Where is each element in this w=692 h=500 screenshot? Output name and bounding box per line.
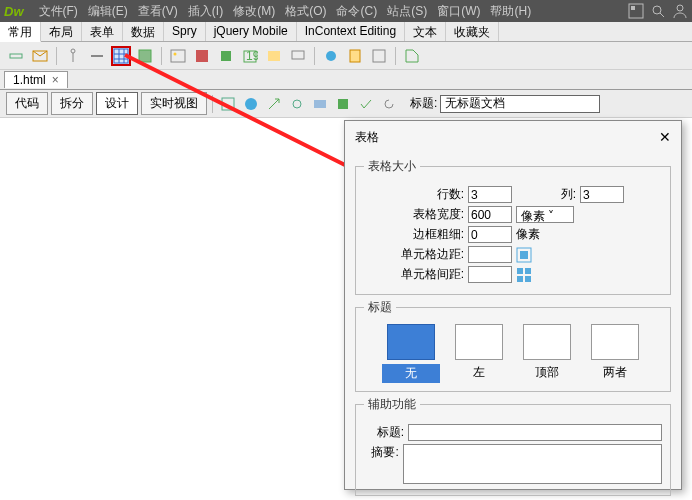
layout-icon[interactable] [628, 3, 644, 19]
menu-command[interactable]: 命令(C) [331, 3, 382, 20]
script-icon[interactable] [345, 46, 365, 66]
hr-icon[interactable] [87, 46, 107, 66]
server-icon[interactable] [264, 46, 284, 66]
tab-forms[interactable]: 表单 [82, 22, 123, 41]
svg-rect-15 [139, 50, 151, 62]
div-icon[interactable] [135, 46, 155, 66]
anchor-icon[interactable] [63, 46, 83, 66]
menu-window[interactable]: 窗口(W) [432, 3, 485, 20]
title-input[interactable] [440, 95, 600, 113]
header-top[interactable]: 顶部 [518, 324, 576, 383]
spacing-label: 单元格间距: [380, 266, 464, 283]
tab-text[interactable]: 文本 [405, 22, 446, 41]
table-dialog: 表格 ✕ 表格大小 行数: 列: 表格宽度: 像素 ˅ 边框粗细: 像素 单元格… [344, 120, 682, 490]
svg-rect-1 [631, 6, 635, 10]
menu-insert[interactable]: 插入(I) [183, 3, 228, 20]
tab-data[interactable]: 数据 [123, 22, 164, 41]
header-left[interactable]: 左 [450, 324, 508, 383]
close-icon[interactable]: × [52, 73, 59, 87]
validate-icon[interactable] [356, 94, 376, 114]
svg-line-3 [660, 13, 664, 17]
media-icon[interactable] [192, 46, 212, 66]
caption-input[interactable] [408, 424, 662, 441]
padding-label: 单元格边距: [380, 246, 464, 263]
image-icon[interactable] [168, 46, 188, 66]
cols-label: 列: [516, 186, 576, 203]
reload-icon[interactable] [379, 94, 399, 114]
refresh-icon[interactable] [287, 94, 307, 114]
doc-tab-name[interactable]: 1.html [13, 73, 46, 87]
menu-modify[interactable]: 修改(M) [228, 3, 280, 20]
hyperlink-icon[interactable] [6, 46, 26, 66]
svg-rect-19 [221, 51, 231, 61]
email-icon[interactable] [30, 46, 50, 66]
border-unit: 像素 [516, 226, 540, 243]
svg-rect-16 [171, 50, 185, 62]
header-both[interactable]: 两者 [586, 324, 644, 383]
tab-jquery[interactable]: jQuery Mobile [206, 22, 297, 41]
options-icon[interactable] [310, 94, 330, 114]
header-none[interactable]: 无 [382, 324, 440, 383]
table-icon[interactable] [111, 46, 131, 66]
svg-rect-35 [525, 268, 531, 274]
menu-edit[interactable]: 编辑(E) [83, 3, 133, 20]
svg-point-24 [326, 51, 336, 61]
tab-layout[interactable]: 布局 [41, 22, 82, 41]
svg-rect-18 [196, 50, 208, 62]
split-view-button[interactable]: 拆分 [51, 92, 93, 115]
head-icon[interactable] [321, 46, 341, 66]
separator [161, 47, 162, 65]
tab-common[interactable]: 常用 [0, 22, 41, 42]
live-view-button[interactable]: 实时视图 [141, 92, 207, 115]
date-icon[interactable]: 19 [240, 46, 260, 66]
code-view-button[interactable]: 代码 [6, 92, 48, 115]
padding-input[interactable] [468, 246, 512, 263]
svg-rect-29 [314, 100, 326, 108]
header-legend: 标题 [364, 299, 396, 316]
inspect-icon[interactable] [218, 94, 238, 114]
svg-rect-22 [268, 51, 280, 61]
border-input[interactable] [468, 226, 512, 243]
menu-site[interactable]: 站点(S) [382, 3, 432, 20]
separator [395, 47, 396, 65]
tab-favorites[interactable]: 收藏夹 [446, 22, 499, 41]
cols-input[interactable] [580, 186, 624, 203]
svg-rect-26 [373, 50, 385, 62]
svg-point-2 [653, 6, 661, 14]
visual-icon[interactable] [333, 94, 353, 114]
search-icon[interactable] [650, 3, 666, 19]
template-icon[interactable] [369, 46, 389, 66]
spacing-input[interactable] [468, 266, 512, 283]
widget-icon[interactable] [216, 46, 236, 66]
svg-point-4 [677, 5, 683, 11]
summary-input[interactable] [403, 444, 662, 484]
rows-label: 行数: [404, 186, 464, 203]
size-legend: 表格大小 [364, 158, 420, 175]
svg-rect-33 [520, 251, 528, 259]
separator [212, 95, 213, 113]
comment-icon[interactable] [288, 46, 308, 66]
arrow-icon[interactable] [264, 94, 284, 114]
design-view-button[interactable]: 设计 [96, 92, 138, 115]
tab-incontext[interactable]: InContext Editing [297, 22, 405, 41]
app-logo: Dw [4, 4, 24, 19]
summary-label: 摘要: [364, 444, 399, 461]
menu-format[interactable]: 格式(O) [280, 3, 331, 20]
svg-rect-25 [350, 50, 360, 62]
user-icon[interactable] [672, 3, 688, 19]
tab-spry[interactable]: Spry [164, 22, 206, 41]
width-unit-select[interactable]: 像素 ˅ [516, 206, 574, 223]
menu-help[interactable]: 帮助(H) [485, 3, 536, 20]
a11y-legend: 辅助功能 [364, 396, 420, 413]
svg-point-28 [245, 98, 257, 110]
width-input[interactable] [468, 206, 512, 223]
globe-icon[interactable] [241, 94, 261, 114]
rows-input[interactable] [468, 186, 512, 203]
menu-file[interactable]: 文件(F) [34, 3, 83, 20]
svg-text:19: 19 [246, 49, 258, 63]
tag-icon[interactable] [402, 46, 422, 66]
dialog-close-icon[interactable]: ✕ [659, 129, 671, 146]
svg-rect-34 [517, 268, 523, 274]
menu-view[interactable]: 查看(V) [133, 3, 183, 20]
title-label: 标题: [410, 95, 437, 112]
